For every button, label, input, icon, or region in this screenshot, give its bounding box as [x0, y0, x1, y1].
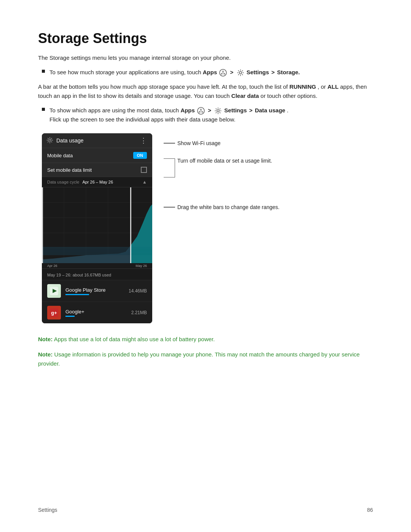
- checkbox-empty: [141, 167, 147, 173]
- phone-screenshot: Data usage ⋮ Mobile data ON Set mobile d…: [42, 133, 152, 323]
- ann-line-1: [164, 143, 175, 144]
- app-name-1: Google Play Store: [65, 287, 124, 293]
- svg-point-16: [49, 139, 51, 141]
- gear-icon-2: [214, 107, 222, 115]
- usage-info-text: May 19 – 26: about 16.67MB used: [47, 273, 111, 277]
- app-icon-play: [47, 284, 61, 298]
- ann-line-3: [164, 207, 175, 208]
- date-label-end: May 26: [135, 264, 147, 268]
- bullet-square-2: [42, 108, 45, 111]
- svg-rect-46: [42, 187, 43, 263]
- bullet-text-1: To see how much storage your application…: [49, 68, 373, 77]
- footer: Settings 86: [38, 507, 373, 513]
- date-labels: Apr 26 May 26: [42, 263, 152, 268]
- mobile-data-row: Mobile data ON: [42, 148, 152, 163]
- bullet2-arrow: >: [208, 107, 211, 113]
- svg-point-3: [224, 73, 225, 75]
- bullet1-text-before: To see how much storage your application…: [49, 69, 203, 75]
- app-row-2: g+ Google+ 2.21MB: [42, 302, 152, 323]
- cycle-label: Data usage cycle: [47, 180, 79, 184]
- screenshot-gear-icon: [46, 137, 53, 145]
- screenshot-menu: ⋮: [140, 136, 148, 145]
- screenshot-container: Data usage ⋮ Mobile data ON Set mobile d…: [42, 133, 373, 323]
- usage-info-row: May 19 – 26: about 16.67MB used: [42, 268, 152, 280]
- app-size-1: 14.46MB: [129, 288, 147, 294]
- data-limit-row: Set mobile data limit: [42, 163, 152, 177]
- ann-text-2: Turn off mobile data or set a usage limi…: [177, 158, 272, 164]
- gear-icon-1: [237, 69, 244, 77]
- intro-paragraph: The Storage settings menu lets you manag…: [38, 53, 373, 62]
- note-section-1: Note: Apps that use a lot of data might …: [38, 335, 373, 344]
- annotation-3: Drag the white bars to change date range…: [164, 204, 373, 210]
- footer-left: Settings: [38, 507, 57, 513]
- footer-right: 86: [367, 507, 373, 513]
- app-info-1: Google Play Store: [65, 287, 124, 295]
- bullet1-storage-label: Storage.: [277, 69, 300, 75]
- bullet2-text-after: Flick up the screen to see the individua…: [49, 116, 236, 123]
- svg-point-0: [220, 69, 226, 76]
- note-content-2: Usage information is provided to help yo…: [38, 351, 360, 367]
- chart-area: [42, 187, 152, 263]
- data-limit-label: Set mobile data limit: [47, 167, 92, 173]
- bullet2-period: .: [287, 107, 288, 113]
- svg-line-4: [222, 72, 223, 73]
- app-bar-1: [65, 294, 89, 295]
- svg-point-9: [201, 109, 202, 110]
- page-title: Storage Settings: [38, 30, 373, 46]
- svg-point-15: [217, 110, 219, 112]
- ann-bracket-2: [164, 158, 175, 177]
- bullet1-apps-label: Apps: [203, 69, 217, 75]
- app-row-1: Google Play Store 14.46MB: [42, 280, 152, 302]
- app-bar-2: [65, 316, 75, 317]
- svg-line-5: [223, 72, 224, 73]
- cycle-arrow-icon: ▲: [142, 179, 147, 185]
- svg-point-8: [198, 107, 204, 114]
- svg-point-10: [199, 112, 200, 113]
- app-icon-gplus: g+: [47, 306, 61, 320]
- mobile-data-label: Mobile data: [47, 153, 73, 158]
- screenshot-title: Data usage: [56, 137, 137, 144]
- app-name-2: Google+: [65, 309, 127, 315]
- bullet-text-2: To show which apps are using the most da…: [49, 106, 373, 124]
- note-section-2: Note: Usage information is provided to h…: [38, 350, 373, 368]
- app-size-2: 2.21MB: [131, 310, 147, 315]
- bullet-item-2: To show which apps are using the most da…: [42, 106, 373, 124]
- toggle-on: ON: [133, 152, 147, 159]
- apps-icon: [219, 69, 227, 77]
- paragraph-running: A bar at the bottom tells you how much a…: [38, 82, 373, 101]
- bullet1-settings-label: Settings: [247, 69, 269, 75]
- cycle-value: Apr 26 – May 26: [82, 180, 113, 184]
- bullet2-apps-label: Apps: [180, 107, 195, 113]
- bullet-item-1: To see how much storage your application…: [42, 68, 373, 77]
- cycle-row: Data usage cycle Apr 26 – May 26 ▲: [42, 177, 152, 187]
- note-text-2: Note: Usage information is provided to h…: [38, 350, 373, 368]
- svg-line-12: [200, 110, 201, 112]
- svg-point-11: [202, 112, 203, 113]
- ann-text-1: Show Wi-Fi usage: [177, 140, 221, 146]
- svg-point-2: [221, 73, 222, 75]
- bullet1-arrow: >: [230, 69, 234, 75]
- svg-rect-47: [130, 187, 131, 263]
- bullet2-settings-label: Settings: [224, 107, 247, 113]
- annotation-2: Turn off mobile data or set a usage limi…: [164, 158, 373, 177]
- svg-point-1: [223, 71, 224, 72]
- svg-line-13: [201, 110, 202, 112]
- bullet-square-1: [42, 70, 45, 73]
- annotation-1: Show Wi-Fi usage: [164, 140, 373, 146]
- bullet2-arrow2: >: [249, 107, 253, 113]
- note-content-1: Apps that use a lot of data might also u…: [54, 336, 215, 342]
- bullet2-text-before: To show which apps are using the most da…: [49, 107, 180, 113]
- note-text-1: Note: Apps that use a lot of data might …: [38, 335, 373, 344]
- date-label-start: Apr 26: [47, 264, 57, 268]
- svg-text:g+: g+: [51, 310, 57, 316]
- svg-point-7: [239, 72, 242, 74]
- annotations-container: Show Wi-Fi usage Turn off mobile data or…: [164, 133, 373, 210]
- bullet1-arrow2: >: [271, 69, 275, 75]
- note-label-1: Note:: [38, 336, 53, 342]
- ann-text-3: Drag the white bars to change date range…: [177, 204, 280, 210]
- apps-icon-2: [197, 107, 205, 115]
- bullet2-data-usage-label: Data usage: [255, 107, 285, 113]
- screenshot-header: Data usage ⋮: [42, 133, 152, 148]
- app-info-2: Google+: [65, 309, 127, 317]
- note-label-2: Note:: [38, 351, 53, 358]
